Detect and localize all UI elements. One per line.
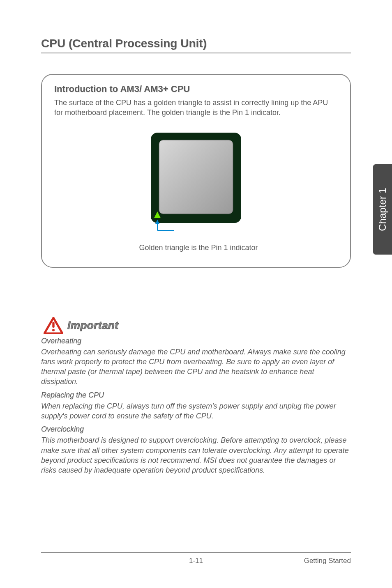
page-title: CPU (Central Processing Unit): [41, 37, 351, 53]
card-title: Introduction to AM3/ AM3+ CPU: [54, 84, 338, 94]
cpu-svg: [147, 133, 245, 239]
svg-point-2: [52, 329, 55, 331]
cpu-die: [159, 140, 233, 214]
section-title-replacing: Replacing the CPU: [41, 391, 351, 400]
footer-page-number: 1-11: [189, 557, 203, 565]
section-body-overheating: Overheating can seriously damage the CPU…: [41, 347, 351, 387]
page-content: CPU (Central Processing Unit) Introducti…: [0, 0, 392, 475]
indicator-label: Golden triangle is the Pin 1 indicator: [139, 243, 258, 252]
svg-rect-1: [52, 322, 54, 328]
important-label: Important: [67, 319, 118, 332]
section-body-replacing: When replacing the CPU, always turn off …: [41, 401, 351, 421]
important-block: Important Overheating Overheating can se…: [41, 317, 351, 475]
warning-icon: [44, 317, 63, 334]
page-footer: 1-11 Getting Started: [41, 552, 351, 565]
important-header: Important: [41, 317, 351, 334]
section-body-overclocking: This motherboard is designed to support …: [41, 435, 351, 475]
chapter-side-label: Chapter 1: [377, 188, 388, 231]
section-title-overclocking: Overclocking: [41, 425, 351, 434]
section-title-overheating: Overheating: [41, 337, 351, 345]
footer-section-name: Getting Started: [304, 557, 351, 565]
card-text: The surface of the CPU has a golden tria…: [54, 98, 338, 118]
cpu-illustration: Golden triangle is the Pin 1 indicator: [54, 133, 338, 252]
intro-card: Introduction to AM3/ AM3+ CPU The surfac…: [41, 74, 351, 268]
chapter-side-tab: Chapter 1: [373, 164, 392, 255]
